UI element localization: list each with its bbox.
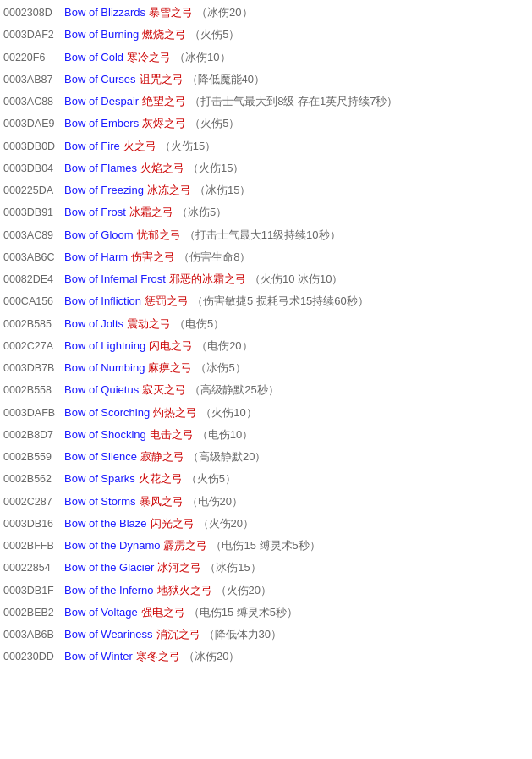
item-zh-name: 电击之弓 — [150, 426, 194, 444]
item-en-name: Bow of Weariness — [64, 625, 153, 644]
item-en-name: Bow of Shocking — [64, 426, 146, 444]
item-en-name: Bow of Flames — [64, 159, 137, 178]
item-en-name: Bow of Curses — [64, 70, 136, 89]
list-item: 0003AB87Bow of Curses诅咒之弓（降低魔能40） — [0, 69, 532, 91]
item-en-name: Bow of Infernal Frost — [64, 270, 166, 289]
item-id: 0003AC88 — [3, 93, 64, 111]
item-id: 0003DAFB — [3, 404, 64, 422]
item-desc: （火伤20） — [216, 581, 271, 600]
item-zh-name: 闪电之弓 — [149, 337, 193, 355]
item-desc: （电伤15 缚灵术5秒） — [211, 536, 320, 555]
item-en-name: Bow of Scorching — [64, 404, 150, 422]
list-item: 0003AB6BBow of Weariness消沉之弓（降低体力30） — [0, 624, 532, 646]
item-zh-name: 惩罚之弓 — [145, 292, 189, 311]
item-desc: （冰伤10） — [174, 48, 230, 67]
list-item: 0003AC89Bow of Gloom忧郁之弓（打击士气最大11级持续10秒） — [0, 224, 532, 246]
list-item: 0002C287Bow of Storms暴风之弓（电伤20） — [0, 491, 532, 513]
list-item: 000225DABow of Freezing冰冻之弓（冰伤15） — [0, 179, 532, 201]
list-item: 00082DE4Bow of Infernal Frost邪恶的冰霜之弓（火伤1… — [0, 268, 532, 290]
list-item: 0003DB16Bow of the Blaze闪光之弓（火伤20） — [0, 513, 532, 535]
item-en-name: Bow of Storms — [64, 492, 136, 511]
item-zh-name: 火之弓 — [123, 137, 156, 156]
item-desc: （冰伤20） — [184, 647, 239, 666]
item-desc: （打击士气最大11级持续10秒） — [184, 226, 341, 245]
item-desc: （打击士气最大到8级 存在1英尺持续7秒） — [189, 92, 398, 111]
item-zh-name: 暴风之弓 — [140, 492, 184, 511]
item-en-name: Bow of the Blaze — [64, 514, 147, 533]
item-desc: （降低魔能40） — [187, 70, 265, 89]
item-id: 0002B8D7 — [3, 426, 64, 444]
item-zh-name: 寂灭之弓 — [142, 381, 186, 399]
list-item: 0003DB7BBow of Numbing麻痹之弓（冰伤5） — [0, 357, 532, 379]
list-item: 000CA156Bow of Infliction惩罚之弓（伤害敏捷5 损耗弓术… — [0, 290, 532, 312]
list-item: 0003DAFBBow of Scorching灼热之弓（火伤10） — [0, 402, 532, 424]
list-item: 0003DB0DBow of Fire火之弓（火伤15） — [0, 135, 532, 157]
item-en-name: Bow of the Inferno — [64, 581, 154, 600]
item-zh-name: 消沉之弓 — [156, 625, 200, 644]
list-item: 0003AB6CBow of Harm伤害之弓（伤害生命8） — [0, 246, 532, 268]
item-desc: （电伤10） — [197, 426, 253, 444]
item-zh-name: 伤害之弓 — [131, 248, 175, 267]
item-zh-name: 震动之弓 — [127, 315, 171, 333]
item-id: 0002BFFB — [3, 537, 64, 555]
item-en-name: Bow of Despair — [64, 92, 139, 111]
list-item: 0003DAE9Bow of Embers灰烬之弓（火伤5） — [0, 113, 532, 135]
item-zh-name: 闪光之弓 — [151, 514, 195, 533]
item-desc: （电伤15 缚灵术5秒） — [189, 603, 298, 622]
item-id: 0003DB1F — [3, 582, 64, 600]
list-item: 00220F6Bow of Cold寒冷之弓（冰伤10） — [0, 47, 532, 69]
item-en-name: Bow of Burning — [64, 25, 139, 44]
item-desc: （电伤5） — [174, 315, 224, 333]
item-id: 0002B559 — [3, 448, 64, 466]
item-en-name: Bow of Jolts — [64, 315, 123, 333]
item-id: 000230DD — [3, 648, 64, 666]
item-zh-name: 绝望之弓 — [142, 92, 186, 111]
item-id: 0002C287 — [3, 493, 64, 511]
list-item: 0003DAF2Bow of Burning燃烧之弓（火伤5） — [0, 24, 532, 46]
list-item: 0003DB04Bow of Flames火焰之弓（火伤15） — [0, 157, 532, 179]
item-zh-name: 寒冷之弓 — [127, 48, 171, 67]
item-desc: （火伤20） — [198, 514, 254, 533]
item-en-name: Bow of Silence — [64, 448, 137, 466]
list-item: 00022854Bow of the Glacier冰河之弓（冰伤15） — [0, 557, 532, 579]
item-en-name: Bow of Sparks — [64, 470, 135, 488]
item-zh-name: 灰烬之弓 — [142, 114, 186, 133]
item-id: 0003AC89 — [3, 227, 64, 245]
item-desc: （高级静默25秒） — [189, 381, 278, 399]
item-id: 0003DAE9 — [3, 115, 64, 133]
list-item: 0002308DBow of Blizzards暴雪之弓（冰伤20） — [0, 2, 532, 24]
item-id: 00220F6 — [3, 49, 64, 67]
item-desc: （火伤5） — [186, 470, 236, 488]
item-id: 0003DB16 — [3, 515, 64, 533]
item-en-name: Bow of the Glacier — [64, 558, 154, 577]
item-id: 00082DE4 — [3, 271, 64, 289]
bow-list: 0002308DBow of Blizzards暴雪之弓（冰伤20）0003DA… — [0, 0, 532, 670]
item-id: 0003DAF2 — [3, 26, 64, 44]
list-item: 0003DB1FBow of the Inferno地狱火之弓（火伤20） — [0, 580, 532, 602]
item-id: 0002B558 — [3, 382, 64, 399]
item-id: 0002B585 — [3, 316, 64, 333]
item-desc: （冰伤15） — [195, 181, 250, 200]
item-desc: （冰伤5） — [195, 359, 245, 377]
item-zh-name: 火花之弓 — [139, 470, 183, 488]
list-item: 000230DDBow of Winter寒冬之弓（冰伤20） — [0, 646, 532, 668]
item-zh-name: 燃烧之弓 — [142, 25, 186, 44]
item-id: 0003AB87 — [3, 71, 64, 89]
item-en-name: Bow of Cold — [64, 48, 123, 67]
item-en-name: Bow of Numbing — [64, 359, 145, 377]
item-id: 000225DA — [3, 182, 64, 200]
item-id: 0002BEB2 — [3, 604, 64, 622]
item-id: 0002308D — [3, 4, 64, 22]
item-id: 0003DB0D — [3, 138, 64, 156]
item-desc: （火伤10） — [200, 404, 256, 422]
item-en-name: Bow of Harm — [64, 248, 128, 267]
item-zh-name: 邪恶的冰霜之弓 — [169, 270, 246, 289]
item-en-name: Bow of Embers — [64, 114, 139, 133]
item-desc: （火伤5） — [189, 25, 239, 44]
item-en-name: Bow of Freezing — [64, 181, 144, 200]
item-id: 000CA156 — [3, 293, 64, 311]
item-desc: （冰伤5） — [177, 203, 227, 222]
item-desc: （火伤15） — [188, 159, 244, 178]
list-item: 0002B558Bow of Quietus寂灭之弓（高级静默25秒） — [0, 379, 532, 401]
item-id: 0003DB04 — [3, 160, 64, 178]
